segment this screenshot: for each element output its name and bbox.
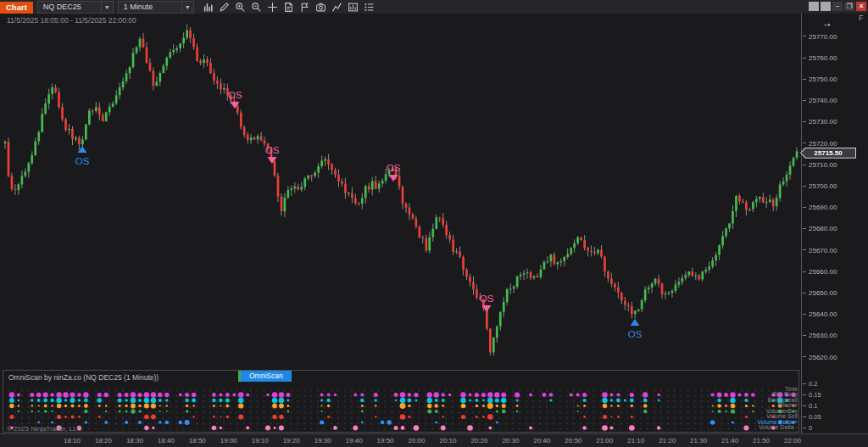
price-tick-label: 25640.00 (803, 310, 837, 318)
time-tick-label: 19:50 (370, 437, 401, 444)
trend-line-icon[interactable] (331, 1, 343, 13)
omniscan-row-label: Volume Delta - (653, 425, 798, 431)
price-tick-label: 25680.00 (803, 225, 837, 232)
price-tick-label: 25760.00 (803, 54, 837, 62)
goto-latest-arrow-icon[interactable]: → (822, 17, 832, 29)
zoom-out-icon[interactable] (251, 1, 263, 13)
time-tick-label: 21:50 (746, 437, 776, 444)
toolbar: Chart NQ DEC25 ▾ 1 Minute ▾ (0, 0, 868, 14)
time-tick-label: 21:40 (715, 437, 745, 444)
omniscan-scale-tick: 0 (803, 424, 812, 432)
flag-icon[interactable] (299, 1, 311, 13)
restore-button[interactable]: ❐ (844, 2, 854, 11)
omniscan-scale-tick: 0.15 (803, 391, 821, 399)
omniscan-scale-tick: 0.2 (803, 380, 817, 388)
price-tick-label: 25650.00 (803, 289, 837, 297)
price-tick-label: 25770.00 (803, 33, 837, 41)
crosshair-icon[interactable] (267, 1, 279, 13)
time-tick-label: 21:10 (620, 437, 651, 444)
time-tick-label: 18:10 (57, 437, 87, 444)
omniscan-title: OmniScan by ninZa.co (NQ DEC25 (1 Minute… (8, 373, 159, 382)
chevron-down-icon: ▾ (102, 3, 113, 11)
tab-chart[interactable]: Chart (0, 2, 33, 14)
data-box-icon[interactable] (283, 1, 295, 13)
time-tick-label: 18:20 (88, 437, 119, 444)
time-tick-label: 22:00 (777, 437, 808, 444)
time-tick-label: 20:40 (526, 437, 557, 444)
price-tick-label: 25660.00 (803, 268, 837, 276)
price-tick-label: 25750.00 (803, 75, 837, 83)
chart-window: Chart NQ DEC25 ▾ 1 Minute ▾ (0, 0, 868, 447)
omniscan-scale-tick: 0.1 (803, 402, 817, 410)
time-tick-label: 21:00 (589, 437, 620, 444)
time-tick-label: 19:20 (276, 437, 307, 444)
axis-corner-label: F (859, 14, 864, 22)
price-tick-label: 25730.00 (803, 118, 837, 126)
time-tick-label: 18:40 (151, 437, 181, 444)
window-button[interactable] (821, 2, 831, 11)
time-tick-label: 20:30 (495, 437, 526, 444)
last-price-tag: 25715.50 (800, 148, 856, 159)
bar-type-icon[interactable] (203, 1, 214, 13)
time-tick-label: 19:30 (308, 437, 338, 444)
svg-text:OS: OS (75, 156, 90, 166)
indicators-list-icon[interactable] (364, 1, 376, 13)
minimize-button[interactable]: − (832, 2, 843, 11)
interval-value: 1 Minute (119, 3, 181, 11)
price-tick-label: 25740.00 (803, 97, 837, 104)
snapshot-icon[interactable] (315, 1, 327, 13)
time-tick-label: 20:10 (432, 437, 463, 444)
window-controls: − ❐ ✕ (809, 2, 866, 11)
svg-text:OS: OS (228, 90, 242, 100)
price-axis-line (801, 14, 802, 433)
copyright-label: © 2025 NinjaTrader, LLC (7, 425, 81, 433)
svg-text:OS: OS (480, 293, 494, 304)
toolbar-icons (203, 1, 376, 13)
last-price-value: 25715.50 (801, 148, 855, 158)
time-tick-label: 20:50 (558, 437, 588, 444)
price-tick-label: 25690.00 (803, 204, 837, 211)
time-tick-label: 20:00 (402, 437, 432, 444)
price-tick-label: 25710.00 (803, 161, 837, 169)
omniscan-scale-tick: 0.05 (803, 413, 821, 421)
price-tick-label: 25700.00 (803, 182, 837, 190)
instrument-value: NQ DEC25 (38, 3, 101, 11)
svg-text:OS: OS (265, 145, 280, 155)
time-tick-label: 19:10 (245, 437, 275, 444)
time-tick-label: 20:20 (464, 437, 494, 444)
time-tick-label: 18:50 (182, 437, 213, 444)
price-tick-label: 25720.00 (803, 140, 837, 148)
omniscan-row-labels: TimeBar BodyBar SpreadVolumeVolume BuyVo… (653, 387, 798, 431)
chart-trader-icon[interactable] (348, 1, 359, 13)
interval-dropdown[interactable]: 1 Minute ▾ (118, 1, 194, 14)
instrument-dropdown[interactable]: NQ DEC25 ▾ (37, 1, 114, 14)
svg-text:OS: OS (387, 163, 401, 173)
window-button[interactable] (809, 2, 819, 11)
omniscan-button-group: OmniScan (238, 371, 292, 382)
price-tick-label: 25670.00 (803, 247, 837, 254)
time-tick-label: 19:00 (214, 437, 244, 444)
time-tick-label: 21:30 (683, 437, 714, 444)
time-tick-label: 19:40 (339, 437, 370, 444)
omniscan-button[interactable]: OmniScan (241, 371, 292, 382)
time-tick-label: 18:30 (120, 437, 150, 444)
price-tick-label: 25620.00 (803, 354, 837, 361)
price-tick-label: 25630.00 (803, 332, 837, 339)
svg-text:OS: OS (628, 329, 643, 339)
time-tick-label: 21:20 (652, 437, 682, 444)
zoom-in-icon[interactable] (235, 1, 247, 13)
draw-icon[interactable] (219, 1, 231, 13)
close-button[interactable]: ✕ (856, 2, 866, 11)
chevron-down-icon: ▾ (182, 3, 193, 11)
date-range-label: 11/5/2025 18:05:00 - 11/5/2025 22:00:00 (7, 16, 136, 25)
